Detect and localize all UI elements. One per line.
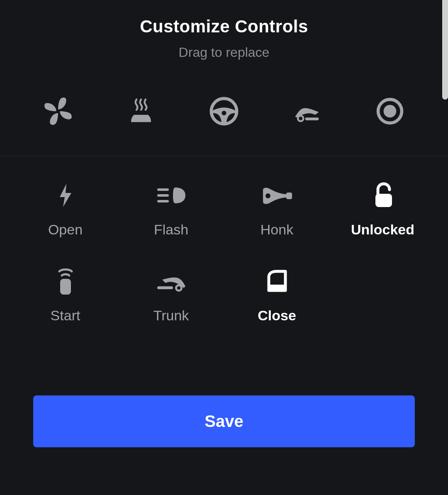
control-label: Honk <box>261 222 293 238</box>
svg-point-1 <box>222 111 226 115</box>
frunk-control[interactable] <box>292 98 321 127</box>
steering-wheel-icon <box>209 97 239 127</box>
defrost-icon <box>127 97 156 127</box>
source-controls-row <box>0 60 448 156</box>
frunk-icon <box>292 97 321 127</box>
control-honk[interactable]: Honk <box>224 181 330 238</box>
control-label: Unlocked <box>351 222 414 238</box>
svg-point-15 <box>177 286 180 290</box>
control-close[interactable]: Close <box>224 267 330 324</box>
scrollbar[interactable] <box>442 0 448 100</box>
fan-control[interactable] <box>44 98 73 127</box>
svg-rect-12 <box>375 194 392 207</box>
svg-rect-17 <box>269 285 285 290</box>
svg-rect-13 <box>60 279 71 295</box>
control-flash[interactable]: Flash <box>118 181 224 238</box>
fan-icon <box>44 97 73 127</box>
page-subtitle: Drag to replace <box>0 45 448 60</box>
trunk-icon <box>155 267 188 296</box>
svg-rect-10 <box>286 193 292 199</box>
control-label: Close <box>258 307 296 324</box>
svg-rect-8 <box>157 194 169 197</box>
control-trunk[interactable]: Trunk <box>118 267 224 324</box>
control-label: Flash <box>154 222 188 238</box>
record-circle-icon <box>375 97 404 127</box>
svg-rect-16 <box>157 286 173 289</box>
control-label: Start <box>51 307 80 324</box>
charge-port-icon <box>57 181 74 210</box>
save-button[interactable]: Save <box>33 395 415 447</box>
record-control[interactable] <box>375 98 404 127</box>
svg-rect-4 <box>305 117 319 120</box>
svg-rect-9 <box>157 200 169 202</box>
assigned-controls-grid: Open Flash Honk <box>0 156 448 324</box>
control-unlocked[interactable]: Unlocked <box>330 181 436 238</box>
window-icon <box>264 267 290 296</box>
control-start[interactable]: Start <box>12 267 118 324</box>
steering-wheel-control[interactable] <box>209 98 239 127</box>
control-label: Trunk <box>153 307 189 324</box>
svg-point-3 <box>299 117 302 120</box>
svg-point-6 <box>384 105 397 118</box>
headlights-icon <box>155 181 188 210</box>
page-title: Customize Controls <box>0 0 448 37</box>
svg-rect-7 <box>157 188 169 191</box>
control-label: Open <box>48 222 83 238</box>
defrost-control[interactable] <box>127 98 156 127</box>
control-open[interactable]: Open <box>12 181 118 238</box>
customize-controls-panel: Customize Controls Drag to replace <box>0 0 448 495</box>
remote-start-icon <box>55 267 76 296</box>
svg-point-11 <box>265 193 270 198</box>
unlock-icon <box>370 181 396 210</box>
horn-icon <box>261 181 294 210</box>
